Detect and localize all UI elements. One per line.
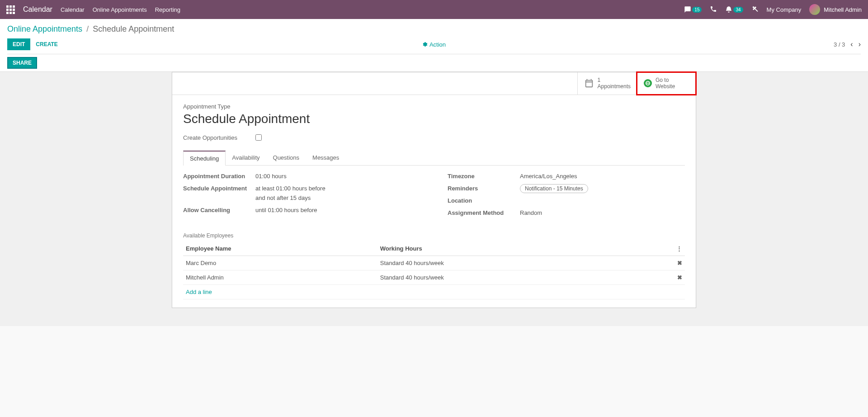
duration-label: Appointment Duration <box>183 173 255 180</box>
breadcrumb-parent[interactable]: Online Appointments <box>7 24 82 33</box>
col-employee-name: Employee Name <box>183 242 377 256</box>
company-menu[interactable]: My Company <box>767 6 802 13</box>
avatar <box>809 4 820 15</box>
table-row[interactable]: Mitchell Admin Standard 40 hours/week ✖ <box>183 270 685 284</box>
reminders-label: Reminders <box>448 185 520 192</box>
stat-appointments-count: 1 <box>598 77 631 83</box>
employees-table: Employee Name Working Hours ⋮ Marc Demo … <box>183 242 685 299</box>
pager-next[interactable]: › <box>859 40 861 48</box>
button-box: 1 Appointments Go to Website <box>172 72 696 95</box>
user-menu[interactable]: Mitchell Admin <box>809 4 862 15</box>
stat-appointments[interactable]: 1 Appointments <box>577 72 637 95</box>
working-hours-cell: Standard 40 hours/week <box>377 256 642 270</box>
delete-row-icon[interactable]: ✖ <box>677 274 682 281</box>
tab-messages[interactable]: Messages <box>306 150 346 165</box>
top-navbar: Calendar Calendar Online Appointments Re… <box>0 0 868 19</box>
pager: 3 / 3 ‹ › <box>834 40 861 48</box>
schedule-value-1: at least 01:00 hours before <box>255 185 326 192</box>
cancel-value: until 01:00 hours before <box>255 207 317 213</box>
share-button[interactable]: SHARE <box>7 57 37 69</box>
table-options[interactable]: ⋮ <box>642 242 685 256</box>
nav-calendar[interactable]: Calendar <box>61 6 85 13</box>
phone-icon[interactable] <box>710 5 717 14</box>
create-opportunities-label: Create Opportunities <box>183 134 237 141</box>
col-working-hours: Working Hours <box>377 242 642 256</box>
stat-appointments-label: Appointments <box>598 83 631 90</box>
edit-button[interactable]: EDIT <box>7 38 30 50</box>
working-hours-cell: Standard 40 hours/week <box>377 270 642 284</box>
action-menu[interactable]: Action <box>422 41 446 48</box>
pager-text: 3 / 3 <box>834 41 845 48</box>
stat-website[interactable]: Go to Website <box>637 72 696 95</box>
table-row[interactable]: Marc Demo Standard 40 hours/week ✖ <box>183 256 685 270</box>
create-button[interactable]: CREATE <box>30 38 63 50</box>
form-container: 1 Appointments Go to Website Appointment… <box>0 71 868 326</box>
user-name: Mitchell Admin <box>824 6 862 13</box>
schedule-label: Schedule Appointment <box>183 185 255 192</box>
debug-icon[interactable] <box>751 5 759 14</box>
conversations-icon[interactable]: 15 <box>684 6 702 13</box>
tabs: Scheduling Availability Questions Messag… <box>183 150 685 166</box>
control-bar: Online Appointments / Schedule Appointme… <box>0 19 868 71</box>
nav-online-appointments[interactable]: Online Appointments <box>93 6 147 13</box>
apps-icon[interactable] <box>6 5 15 14</box>
duration-value: 01:00 hours <box>255 173 287 180</box>
breadcrumb: Online Appointments / Schedule Appointme… <box>7 24 861 34</box>
tab-questions[interactable]: Questions <box>266 150 307 165</box>
tab-scheduling[interactable]: Scheduling <box>183 151 226 166</box>
scheduling-details: Appointment Duration 01:00 hours Schedul… <box>183 173 685 222</box>
activities-badge: 34 <box>733 7 743 13</box>
assignment-label: Assignment Method <box>448 209 520 216</box>
timezone-label: Timezone <box>448 173 520 180</box>
app-title[interactable]: Calendar <box>23 5 52 14</box>
location-label: Location <box>448 197 520 204</box>
stat-website-line1: Go to <box>656 77 675 83</box>
appointment-type-label: Appointment Type <box>183 103 685 110</box>
schedule-value-2: and not after 15 days <box>255 194 326 201</box>
timezone-value: America/Los_Angeles <box>520 173 577 180</box>
employee-name-cell: Mitchell Admin <box>183 270 377 284</box>
stat-website-line2: Website <box>656 83 675 90</box>
conversations-badge: 15 <box>692 7 702 13</box>
delete-row-icon[interactable]: ✖ <box>677 260 682 266</box>
form-sheet: 1 Appointments Go to Website Appointment… <box>172 72 696 308</box>
page-title: Schedule Appointment <box>183 112 685 126</box>
assignment-value: Random <box>520 209 542 216</box>
tab-availability[interactable]: Availability <box>225 150 266 165</box>
pager-prev[interactable]: ‹ <box>850 40 853 48</box>
add-line-link[interactable]: Add a line <box>186 289 212 295</box>
nav-reporting[interactable]: Reporting <box>155 6 180 13</box>
create-opportunities-checkbox[interactable] <box>255 134 262 141</box>
cancel-label: Allow Cancelling <box>183 207 255 213</box>
reminders-value: Notification - 15 Minutes <box>520 184 588 193</box>
employee-name-cell: Marc Demo <box>183 256 377 270</box>
employees-section-title: Available Employees <box>183 232 685 239</box>
activities-icon[interactable]: 34 <box>725 6 743 13</box>
globe-icon <box>644 79 652 87</box>
breadcrumb-current: Schedule Appointment <box>93 24 174 33</box>
